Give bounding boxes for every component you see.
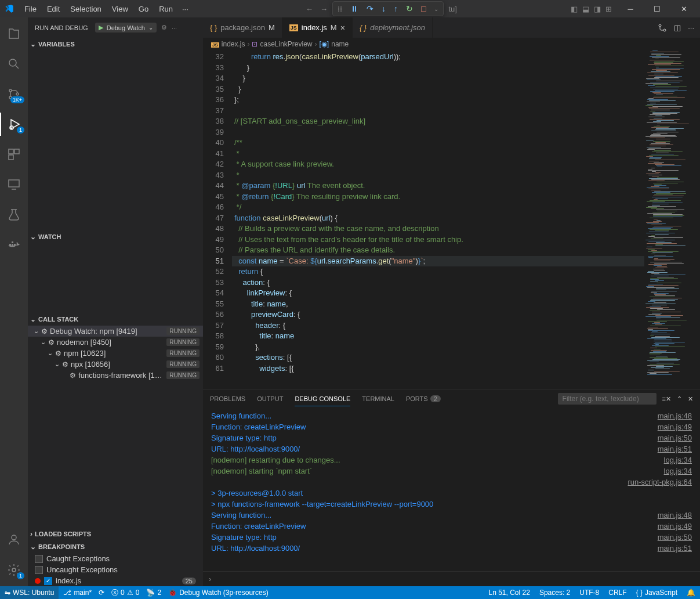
collapse-panel-icon[interactable]: ⌃: [677, 395, 682, 403]
eol[interactable]: CRLF: [608, 589, 626, 597]
layout-sidebar-left-icon[interactable]: ◧: [570, 3, 579, 15]
layout-sidebar-right-icon[interactable]: ◨: [593, 3, 602, 15]
checkbox-icon[interactable]: [35, 566, 43, 574]
window-minimize-icon[interactable]: ─: [619, 0, 642, 17]
source-link[interactable]: run-script-pkg.js:64: [628, 477, 692, 488]
panel-tab-ports[interactable]: PORTS2: [406, 392, 441, 406]
stop-icon[interactable]: □: [421, 4, 426, 13]
tab-deployment.json[interactable]: { }deployment.json: [353, 17, 433, 38]
section-loaded-scripts[interactable]: ›LOADED SCRIPTS: [28, 528, 203, 540]
debug-console-output[interactable]: Serving function...main.js:48Function: c…: [203, 408, 700, 571]
callstack-item[interactable]: ⌄⚙Debug Watch: npm [9419]RUNNING: [28, 326, 203, 337]
activity-bar: 1K+ 1 1: [0, 17, 28, 586]
gear-icon[interactable]: ⚙: [161, 24, 167, 31]
section-variables[interactable]: ⌄VARIABLES: [28, 38, 203, 50]
close-tab-icon[interactable]: ×: [340, 23, 345, 33]
menu-go[interactable]: Go: [134, 2, 153, 16]
editor-content[interactable]: return res.json(caseLinkPreview(parsedUr…: [232, 50, 644, 389]
step-into-icon[interactable]: ↓: [382, 4, 386, 13]
debug-console-input[interactable]: ›: [203, 571, 700, 586]
menu-file[interactable]: File: [20, 2, 41, 16]
restart-icon[interactable]: ↻: [406, 4, 413, 13]
run-debug-icon[interactable]: 1: [0, 113, 28, 136]
source-link[interactable]: log.js:34: [664, 454, 692, 466]
source-link[interactable]: main.js:51: [658, 443, 692, 454]
language-mode[interactable]: { }JavaScript: [636, 589, 677, 597]
search-icon[interactable]: [0, 52, 28, 75]
breakpoint-caught[interactable]: Caught Exceptions: [28, 553, 203, 564]
menu-overflow[interactable]: ···: [177, 2, 193, 16]
step-over-icon[interactable]: ↷: [367, 4, 373, 13]
pause-icon[interactable]: ⏸: [350, 4, 358, 13]
source-link[interactable]: main.js:50: [658, 432, 692, 443]
debug-config-selector[interactable]: ▶ Debug Watch ⌄: [95, 23, 157, 33]
breakpoint-uncaught[interactable]: Uncaught Exceptions: [28, 564, 203, 575]
testing-icon[interactable]: [0, 203, 28, 226]
section-breakpoints[interactable]: ⌄BREAKPOINTS: [28, 540, 203, 553]
encoding[interactable]: UTF-8: [579, 589, 599, 597]
source-link[interactable]: main.js:51: [658, 543, 692, 554]
nav-back-icon[interactable]: ←: [306, 5, 313, 13]
source-link[interactable]: main.js:50: [658, 532, 692, 543]
git-branch[interactable]: ⎇main*: [63, 589, 92, 597]
compare-changes-icon[interactable]: [658, 23, 667, 33]
breakpoint-file[interactable]: ✓ index.js 25: [28, 575, 203, 586]
docker-icon[interactable]: [0, 233, 28, 257]
breadcrumb[interactable]: JSindex.js›⊡caseLinkPreview›[◉]name: [203, 38, 700, 50]
source-control-icon[interactable]: 1K+: [0, 82, 28, 106]
callstack-item[interactable]: ⌄⚙npm [10623]RUNNING: [28, 348, 203, 359]
panel-tab-problems[interactable]: PROBLEMS: [210, 392, 245, 406]
section-callstack[interactable]: ⌄CALL STACK: [28, 313, 203, 326]
minimap[interactable]: [644, 50, 700, 389]
tab-package.json[interactable]: { }package.jsonM: [203, 17, 282, 38]
more-icon[interactable]: ···: [172, 24, 177, 31]
nav-forward-icon[interactable]: →: [320, 5, 328, 13]
callstack-item[interactable]: ⚙functions-framework [106…RUNNING: [28, 370, 203, 381]
settings-gear-icon[interactable]: 1: [0, 558, 28, 582]
more-actions-icon[interactable]: ···: [688, 23, 694, 32]
checkbox-icon[interactable]: ✓: [44, 577, 52, 585]
accounts-icon[interactable]: [0, 528, 28, 551]
close-panel-icon[interactable]: ✕: [688, 395, 693, 403]
window-maximize-icon[interactable]: ☐: [645, 0, 669, 17]
source-link[interactable]: main.js:48: [658, 410, 692, 421]
command-center[interactable]: tu]: [448, 5, 456, 13]
panel-tab-terminal[interactable]: TERMINAL: [362, 392, 394, 406]
layout-customize-icon[interactable]: ⊞: [604, 3, 613, 15]
cursor-position[interactable]: Ln 51, Col 22: [489, 589, 530, 597]
callstack-item[interactable]: ⌄⚙nodemon [9450]RUNNING: [28, 337, 203, 348]
source-link[interactable]: log.js:34: [664, 466, 692, 477]
remote-indicator[interactable]: ⇋ WSL: Ubuntu: [0, 586, 59, 599]
debug-toolbar-dropdown-icon[interactable]: ⌄: [434, 6, 438, 12]
source-link[interactable]: main.js:49: [658, 521, 692, 532]
callstack-item[interactable]: ⌄⚙npx [10656]RUNNING: [28, 359, 203, 370]
menu-view[interactable]: View: [107, 2, 133, 16]
extensions-icon[interactable]: [0, 143, 28, 166]
source-link[interactable]: main.js:48: [658, 510, 692, 521]
menu-selection[interactable]: Selection: [66, 2, 106, 16]
window-close-icon[interactable]: ✕: [672, 0, 695, 17]
layout-panel-icon[interactable]: ⬓: [581, 3, 590, 15]
sync-button[interactable]: ⟳: [99, 589, 104, 597]
remote-explorer-icon[interactable]: [0, 173, 28, 196]
menu-edit[interactable]: Edit: [42, 2, 64, 16]
source-link[interactable]: main.js:49: [658, 421, 692, 432]
drag-handle-icon[interactable]: ⁞⁞: [338, 5, 342, 13]
indentation[interactable]: Spaces: 2: [539, 589, 570, 597]
problems-indicator[interactable]: ⓧ0 ⚠0: [111, 588, 139, 598]
ports-indicator[interactable]: 📡2: [146, 589, 161, 597]
tab-index.js[interactable]: JSindex.jsM×: [282, 17, 353, 38]
debug-console-filter[interactable]: [558, 393, 657, 405]
checkbox-icon[interactable]: [35, 555, 43, 563]
panel-tab-debug-console[interactable]: DEBUG CONSOLE: [295, 392, 350, 406]
section-watch[interactable]: ⌄WATCH: [28, 230, 203, 243]
debug-status[interactable]: 🐞Debug Watch (3p-resources): [168, 589, 269, 597]
split-editor-icon[interactable]: ◫: [674, 23, 681, 32]
step-out-icon[interactable]: ↑: [394, 4, 398, 13]
panel-tab-output[interactable]: OUTPUT: [257, 392, 283, 406]
notifications-icon[interactable]: 🔔: [687, 589, 695, 597]
explorer-icon[interactable]: [0, 22, 28, 45]
clear-console-icon[interactable]: ≡✕: [662, 395, 671, 403]
menu-run[interactable]: Run: [154, 2, 177, 16]
prompt-icon: ›: [209, 575, 211, 583]
